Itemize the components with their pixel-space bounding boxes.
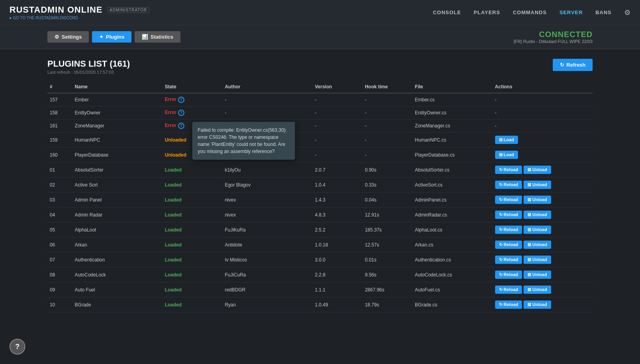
load-button[interactable]: ⊞ Load	[495, 136, 518, 144]
header: RUSTADMIN ONLINE ADMINISTRATOR GO TO THE…	[0, 0, 640, 25]
nav-server[interactable]: SERVER	[559, 9, 583, 15]
unload-button[interactable]: ⊠ Unload	[524, 256, 551, 264]
cell-version: 1.0.49	[312, 297, 362, 312]
cell-file: AutoFuel.cs	[413, 282, 493, 297]
cell-file: AutoCodeLock.cs	[413, 267, 493, 282]
cell-name: Auto Fuel	[72, 282, 162, 297]
last-refresh: Last refresh : 05/01/2020 17:57:03	[47, 70, 130, 75]
cell-hooktime: 0.04s	[362, 192, 413, 207]
main-nav: CONSOLE PLAYERS COMMANDS SERVER BANS ⚙	[433, 8, 631, 17]
cell-file: AbsolutSorter.cs	[413, 162, 493, 177]
cell-author: Iv Misticos	[222, 252, 312, 267]
cell-state: Loaded	[162, 252, 222, 267]
help-button[interactable]: ?	[9, 339, 25, 355]
unload-button[interactable]: ⊠ Unload	[524, 271, 551, 279]
cell-file: Authentication.cs	[413, 252, 493, 267]
nav-console[interactable]: CONSOLE	[433, 9, 461, 15]
unload-button[interactable]: ⊠ Unload	[524, 211, 551, 219]
col-header-hooktime: Hook time	[362, 81, 413, 93]
gear-icon[interactable]: ⚙	[624, 8, 631, 17]
nav-players[interactable]: PLAYERS	[474, 9, 500, 15]
tab-plugins[interactable]: ✦ Plugins	[92, 31, 131, 43]
cell-author: Antidote	[222, 237, 312, 252]
cell-actions: ↻ Reload⊠ Unload	[493, 222, 593, 237]
cell-file: Arkan.cs	[413, 237, 493, 252]
cell-num: 157	[47, 93, 72, 106]
admin-badge: ADMINISTRATOR	[107, 7, 150, 13]
cell-hooktime: -	[362, 106, 413, 119]
cell-actions: -	[493, 106, 593, 119]
cell-version: 2.2.8	[312, 267, 362, 282]
cell-file: HumanNPC.cs	[413, 133, 493, 147]
cell-author: nivex	[222, 192, 312, 207]
table-row: 161ZoneManagerError?---ZoneManager.cs-	[47, 119, 593, 133]
cell-state: Loaded	[162, 192, 222, 207]
tab-settings[interactable]: ⚙ Settings	[47, 31, 89, 43]
nav-commands[interactable]: COMMANDS	[513, 9, 547, 15]
statistics-icon: 📊	[142, 34, 148, 40]
cell-actions: ⊞ Load	[493, 147, 593, 162]
plugins-table: # Name State Author Version Hook time Fi…	[47, 81, 593, 312]
connection-status-area: CONNECTED [FR] Rustix - Débutant FULL WI…	[514, 30, 593, 44]
reload-button[interactable]: ↻ Reload	[495, 286, 522, 294]
cell-name: ZoneManager	[72, 119, 162, 133]
table-row: 04Admin RadarLoadednivex4.8.312.91sAdmin…	[47, 207, 593, 222]
server-name: [FR] Rustix - Débutant FULL WIPE 22/03	[514, 39, 593, 44]
cell-state: Loaded	[162, 207, 222, 222]
error-info-icon[interactable]: ?	[178, 110, 184, 116]
cell-state: Loaded	[162, 222, 222, 237]
settings-icon: ⚙	[54, 34, 59, 40]
discord-link[interactable]: GO TO THE RUSTADMIN DISCORD	[9, 16, 149, 20]
reload-button[interactable]: ↻ Reload	[495, 196, 522, 204]
header-title-area: RUSTADMIN ONLINE ADMINISTRATOR	[9, 5, 149, 15]
cell-author: -	[222, 106, 312, 119]
cell-state: Loaded	[162, 237, 222, 252]
reload-button[interactable]: ↻ Reload	[495, 211, 522, 219]
cell-version: 4.8.3	[312, 207, 362, 222]
cell-version: 1.0.4	[312, 177, 362, 192]
cell-actions: ↻ Reload⊠ Unload	[493, 177, 593, 192]
col-header-state: State	[162, 81, 222, 93]
cell-num: 160	[47, 147, 72, 162]
cell-file: ActiveSort.cs	[413, 177, 493, 192]
cell-version: 1.0.18	[312, 237, 362, 252]
cell-num: 09	[47, 282, 72, 297]
cell-version: 1.4.3	[312, 192, 362, 207]
cell-name: AlphaLoot	[72, 222, 162, 237]
col-header-name: Name	[72, 81, 162, 93]
unload-button[interactable]: ⊠ Unload	[524, 226, 551, 234]
reload-button[interactable]: ↻ Reload	[495, 241, 522, 249]
col-header-actions: Actions	[493, 81, 593, 93]
reload-button[interactable]: ↻ Reload	[495, 301, 522, 309]
unload-button[interactable]: ⊠ Unload	[524, 301, 551, 309]
load-button[interactable]: ⊞ Load	[495, 151, 518, 159]
unload-button[interactable]: ⊠ Unload	[524, 166, 551, 174]
reload-button[interactable]: ↻ Reload	[495, 226, 522, 234]
table-row: 03Admin PanelLoadednivex1.4.30.04sAdminP…	[47, 192, 593, 207]
unload-button[interactable]: ⊠ Unload	[524, 196, 551, 204]
cell-version: -	[312, 133, 362, 147]
cell-actions: ↻ Reload⊠ Unload	[493, 297, 593, 312]
error-info-icon[interactable]: ?	[178, 97, 184, 103]
reload-button[interactable]: ↻ Reload	[495, 256, 522, 264]
error-info-icon[interactable]: ?	[178, 123, 184, 129]
cell-num: 03	[47, 192, 72, 207]
table-row: 02Active SortLoadedEgor Blagov1.0.40.33s…	[47, 177, 593, 192]
cell-state: Loaded	[162, 297, 222, 312]
reload-button[interactable]: ↻ Reload	[495, 181, 522, 189]
tab-statistics[interactable]: 📊 Statistics	[135, 31, 180, 43]
unload-button[interactable]: ⊠ Unload	[524, 241, 551, 249]
unload-button[interactable]: ⊠ Unload	[524, 286, 551, 294]
reload-button[interactable]: ↻ Reload	[495, 166, 522, 174]
reload-button[interactable]: ↻ Reload	[495, 271, 522, 279]
nav-bans[interactable]: BANS	[595, 9, 612, 15]
cell-hooktime: 9.56s	[362, 267, 413, 282]
cell-num: 08	[47, 267, 72, 282]
cell-file: BGrade.cs	[413, 297, 493, 312]
cell-name: HumanNPC	[72, 133, 162, 147]
refresh-button[interactable]: ↻ Refresh	[553, 59, 593, 71]
cell-file: AlphaLoot.cs	[413, 222, 493, 237]
unload-button[interactable]: ⊠ Unload	[524, 181, 551, 189]
cell-hooktime: 185.37s	[362, 222, 413, 237]
refresh-icon: ↻	[560, 62, 564, 68]
